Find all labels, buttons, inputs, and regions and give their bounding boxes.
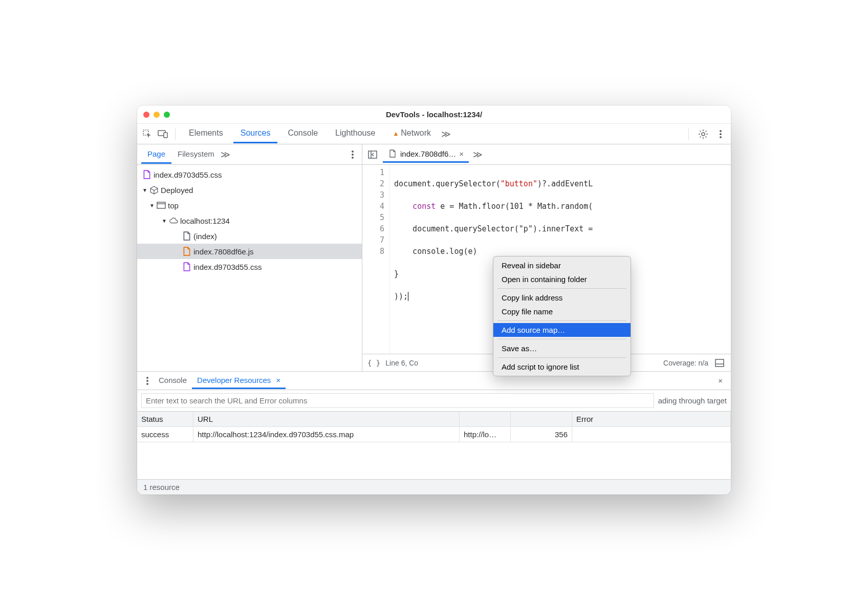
line-gutter: 1 2 3 4 5 6 7 8 — [362, 165, 390, 354]
svg-point-7 — [352, 151, 354, 153]
inspect-element-icon[interactable] — [141, 128, 154, 140]
tab-elements[interactable]: Elements — [182, 124, 230, 143]
search-bar: ading through target — [137, 390, 731, 412]
svg-rect-14 — [715, 359, 724, 367]
col-initiator[interactable] — [460, 412, 511, 426]
navigator-menu-icon[interactable] — [348, 151, 358, 159]
tab-console[interactable]: Console — [280, 124, 325, 143]
svg-point-8 — [352, 154, 354, 156]
ctx-copy-file-name[interactable]: Copy file name — [493, 305, 631, 318]
col-error[interactable]: Error — [572, 412, 731, 426]
tab-lighthouse[interactable]: Lighthouse — [328, 124, 382, 143]
tree-file-css-1[interactable]: index.d9703d55.css — [137, 167, 362, 182]
file-css-icon — [142, 170, 151, 179]
col-status[interactable]: Status — [137, 412, 193, 426]
file-js-icon — [182, 247, 191, 256]
svg-point-9 — [352, 157, 354, 159]
file-icon — [182, 231, 191, 241]
chevron-down-icon: ▼ — [149, 203, 155, 208]
col-url[interactable]: URL — [193, 412, 460, 426]
file-css-icon — [182, 262, 191, 271]
drawer-tabs: Console Developer Resources × × — [137, 372, 731, 390]
col-size[interactable] — [511, 412, 572, 426]
drawer-tab-developer-resources[interactable]: Developer Resources × — [192, 373, 286, 389]
editor-more-tabs-icon[interactable]: ≫ — [473, 149, 483, 160]
main-toolbar: Elements Sources Console Lighthouse Netw… — [137, 124, 731, 144]
tree-file-index[interactable]: (index) — [137, 228, 362, 244]
frame-icon — [157, 201, 166, 210]
svg-point-4 — [720, 130, 722, 132]
ctx-copy-link-address[interactable]: Copy link address — [493, 291, 631, 305]
sidebar-toggle-icon[interactable] — [366, 148, 379, 161]
close-tab-icon[interactable]: × — [459, 149, 464, 158]
table-row[interactable]: success http://localhost:1234/index.d970… — [137, 427, 731, 442]
ctx-add-to-ignore-list[interactable]: Add script to ignore list — [493, 360, 631, 374]
window-title: DevTools - localhost:1234/ — [386, 110, 482, 119]
svg-point-18 — [146, 383, 148, 385]
svg-point-16 — [146, 377, 148, 379]
navigator-tabs: Page Filesystem ≫ — [137, 144, 362, 165]
tab-sources[interactable]: Sources — [233, 124, 278, 143]
search-input[interactable] — [141, 393, 654, 408]
ctx-add-source-map[interactable]: Add source map… — [493, 323, 631, 337]
ctx-save-as[interactable]: Save as… — [493, 341, 631, 355]
footer-status: 1 resource — [137, 479, 731, 495]
chevron-down-icon: ▼ — [162, 218, 167, 224]
svg-point-5 — [720, 133, 722, 135]
svg-rect-10 — [157, 202, 165, 208]
file-tree: index.d9703d55.css ▼ Deployed ▼ top — [137, 165, 362, 371]
tab-network[interactable]: Network — [385, 124, 438, 143]
tree-origin-localhost[interactable]: ▼ localhost:1234 — [137, 213, 362, 228]
drawer: Console Developer Resources × × ading th… — [137, 372, 731, 479]
pretty-print-icon[interactable]: { } — [367, 359, 380, 367]
editor-tab-active[interactable]: index.7808df6… × — [383, 146, 469, 163]
close-window-button[interactable] — [143, 112, 149, 118]
chevron-down-icon: ▼ — [142, 187, 147, 193]
tree-file-js[interactable]: index.7808df6e.js — [137, 244, 362, 259]
drawer-tab-console[interactable]: Console — [154, 373, 192, 389]
tree-file-css-2[interactable]: index.d9703d55.css — [137, 259, 362, 274]
device-toolbar-icon[interactable] — [157, 128, 169, 140]
navigator-tab-filesystem[interactable]: Filesystem — [171, 145, 221, 164]
tree-frame-top[interactable]: ▼ top — [137, 198, 362, 213]
more-menu-icon[interactable] — [714, 128, 727, 140]
editor-tabs: index.7808df6… × ≫ — [362, 144, 731, 165]
svg-point-6 — [720, 136, 722, 138]
more-tabs-icon[interactable]: ≫ — [441, 128, 451, 140]
settings-icon[interactable] — [697, 128, 709, 140]
coverage-label: Coverage: n/a — [663, 359, 708, 367]
titlebar: DevTools - localhost:1234/ — [137, 105, 731, 124]
navigator-more-tabs-icon[interactable]: ≫ — [221, 149, 230, 160]
devtools-window: DevTools - localhost:1234/ Elements Sour… — [137, 105, 731, 495]
svg-point-17 — [146, 380, 148, 382]
ctx-open-in-folder[interactable]: Open in containing folder — [493, 272, 631, 286]
cloud-icon — [169, 216, 178, 225]
svg-point-3 — [702, 133, 705, 136]
drawer-menu-icon[interactable] — [141, 375, 154, 387]
box-icon — [149, 185, 159, 195]
minimize-window-button[interactable] — [154, 112, 160, 118]
navigator-tab-page[interactable]: Page — [141, 145, 171, 164]
tree-group-deployed[interactable]: ▼ Deployed — [137, 182, 362, 198]
svg-rect-2 — [164, 133, 167, 138]
traffic-lights — [143, 112, 170, 118]
ctx-reveal-in-sidebar[interactable]: Reveal in sidebar — [493, 259, 631, 272]
drawer-toggle-icon[interactable] — [713, 357, 726, 369]
load-through-target-label: ading through target — [658, 396, 727, 405]
context-menu: Reveal in sidebar Open in containing fol… — [493, 256, 631, 376]
file-js-icon — [388, 149, 397, 158]
maximize-window-button[interactable] — [164, 112, 170, 118]
resources-table: Status URL Error success http://localhos… — [137, 412, 731, 479]
close-drawer-icon[interactable]: × — [714, 376, 727, 385]
cursor-position: Line 6, Co — [385, 359, 418, 367]
